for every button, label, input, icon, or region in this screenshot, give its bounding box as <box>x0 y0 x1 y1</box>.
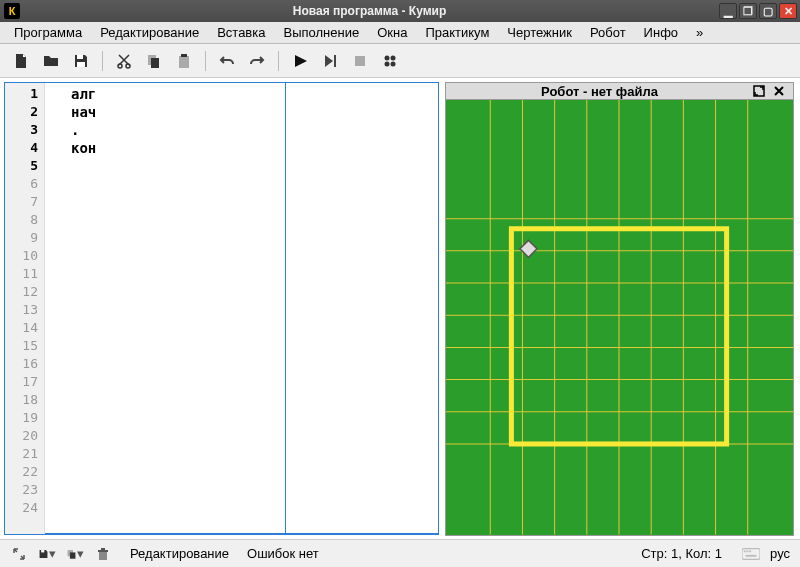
close-button[interactable]: ✕ <box>779 3 797 19</box>
menu-bar: Программа Редактирование Вставка Выполне… <box>0 22 800 44</box>
line-number: 24 <box>5 499 44 517</box>
svg-point-11 <box>391 55 396 60</box>
editor-pane: 123456789101112131415161718192021222324 … <box>0 78 445 539</box>
menu-insert[interactable]: Вставка <box>209 23 273 42</box>
status-trash-icon[interactable] <box>94 545 112 563</box>
svg-rect-38 <box>99 551 107 560</box>
line-number: 13 <box>5 301 44 319</box>
svg-rect-37 <box>70 552 76 558</box>
menu-overflow[interactable]: » <box>688 23 711 42</box>
svg-rect-6 <box>179 56 189 68</box>
line-number: 3 <box>5 121 44 139</box>
svg-rect-44 <box>749 550 751 552</box>
app-icon: К <box>4 3 20 19</box>
line-number: 21 <box>5 445 44 463</box>
unmaximize-button[interactable]: ❐ <box>739 3 757 19</box>
line-number: 4 <box>5 139 44 157</box>
run-button[interactable] <box>287 48 313 74</box>
menu-windows[interactable]: Окна <box>369 23 415 42</box>
line-number: 5 <box>5 157 44 175</box>
status-save-icon[interactable]: ▾ <box>38 545 56 563</box>
line-number: 6 <box>5 175 44 193</box>
menu-practicum[interactable]: Практикум <box>417 23 497 42</box>
cut-button[interactable] <box>111 48 137 74</box>
svg-rect-40 <box>101 548 105 550</box>
status-language[interactable]: рус <box>770 546 790 561</box>
svg-rect-0 <box>77 55 83 59</box>
code-line[interactable]: алг <box>45 85 438 103</box>
svg-rect-45 <box>746 554 757 556</box>
svg-rect-9 <box>355 56 365 66</box>
svg-rect-39 <box>98 550 108 552</box>
menu-drafter[interactable]: Чертежник <box>499 23 580 42</box>
line-number: 2 <box>5 103 44 121</box>
status-expand-icon[interactable] <box>10 545 28 563</box>
svg-rect-43 <box>747 550 749 552</box>
robot-field[interactable] <box>445 99 794 536</box>
status-copy-icon[interactable]: ▾ <box>66 545 84 563</box>
status-mode: Редактирование <box>130 546 229 561</box>
svg-rect-5 <box>151 58 159 68</box>
code-line[interactable]: кон <box>45 139 438 157</box>
robot-expand-icon[interactable] <box>751 83 767 99</box>
redo-button[interactable] <box>244 48 270 74</box>
status-keyboard-icon[interactable] <box>742 545 760 563</box>
line-number: 12 <box>5 283 44 301</box>
svg-point-12 <box>385 61 390 66</box>
line-number: 8 <box>5 211 44 229</box>
line-number: 14 <box>5 319 44 337</box>
svg-rect-42 <box>744 550 746 552</box>
toolbar-sep-3 <box>278 51 279 71</box>
toolbar <box>0 44 800 78</box>
line-number: 23 <box>5 481 44 499</box>
window-title: Новая программа - Кумир <box>20 4 719 18</box>
line-number: 15 <box>5 337 44 355</box>
undo-button[interactable] <box>214 48 240 74</box>
svg-point-2 <box>118 64 122 68</box>
menu-edit[interactable]: Редактирование <box>92 23 207 42</box>
line-number: 10 <box>5 247 44 265</box>
line-number: 7 <box>5 193 44 211</box>
line-number: 18 <box>5 391 44 409</box>
main-area: 123456789101112131415161718192021222324 … <box>0 78 800 539</box>
new-file-button[interactable] <box>8 48 34 74</box>
copy-button[interactable] <box>141 48 167 74</box>
title-bar: К Новая программа - Кумир ▁ ❐ ▢ ✕ <box>0 0 800 22</box>
window-buttons: ▁ ❐ ▢ ✕ <box>719 3 797 19</box>
editor-bottom-border <box>45 533 438 534</box>
line-number: 16 <box>5 355 44 373</box>
svg-rect-7 <box>181 54 187 57</box>
code-area[interactable]: алгнач.кон <box>45 83 438 534</box>
menu-robot[interactable]: Робот <box>582 23 634 42</box>
maximize-button[interactable]: ▢ <box>759 3 777 19</box>
paste-button[interactable] <box>171 48 197 74</box>
line-number: 1 <box>5 85 44 103</box>
open-file-button[interactable] <box>38 48 64 74</box>
menu-execute[interactable]: Выполнение <box>275 23 367 42</box>
step-button[interactable] <box>317 48 343 74</box>
status-bar: ▾ ▾ Редактирование Ошибок нет Стр: 1, Ко… <box>0 539 800 567</box>
robot-close-icon[interactable] <box>771 83 787 99</box>
status-position: Стр: 1, Кол: 1 <box>641 546 722 561</box>
svg-point-3 <box>126 64 130 68</box>
code-line[interactable]: нач <box>45 103 438 121</box>
status-errors: Ошибок нет <box>247 546 319 561</box>
line-number: 11 <box>5 265 44 283</box>
code-line[interactable]: . <box>45 121 438 139</box>
svg-point-13 <box>391 61 396 66</box>
menu-info[interactable]: Инфо <box>636 23 686 42</box>
code-line[interactable] <box>45 157 438 175</box>
modules-button[interactable] <box>377 48 403 74</box>
code-editor[interactable]: 123456789101112131415161718192021222324 … <box>4 82 439 535</box>
svg-rect-8 <box>334 55 336 67</box>
svg-point-10 <box>385 55 390 60</box>
editor-vertical-guide <box>285 83 286 534</box>
minimize-button[interactable]: ▁ <box>719 3 737 19</box>
line-number: 19 <box>5 409 44 427</box>
stop-button[interactable] <box>347 48 373 74</box>
menu-program[interactable]: Программа <box>6 23 90 42</box>
line-number: 22 <box>5 463 44 481</box>
robot-panel-title: Робот - нет файла <box>452 84 747 99</box>
robot-panel-header: Робот - нет файла <box>445 82 794 99</box>
save-file-button[interactable] <box>68 48 94 74</box>
